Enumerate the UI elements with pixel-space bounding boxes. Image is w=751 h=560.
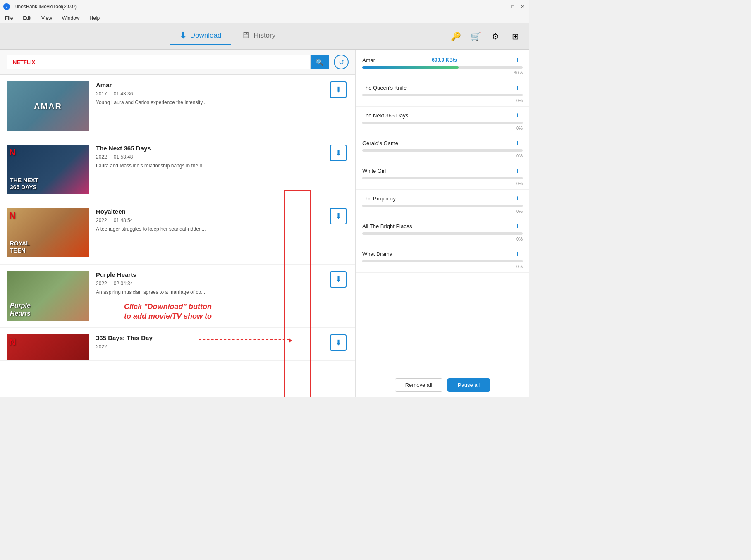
queue-percent-whatdrama: 0% <box>362 264 523 269</box>
menu-view[interactable]: View <box>40 15 54 21</box>
queue-pause-queensknife[interactable]: ⏸ <box>514 83 523 92</box>
left-panel: NETFLIX 🔍 ↺ Click "Download" button to a… <box>0 50 356 397</box>
search-icon: 🔍 <box>316 58 324 66</box>
tooltip-text: Click "Download" button to add movie/TV … <box>124 302 212 322</box>
movie-thumb-365thisday: N <box>7 334 89 361</box>
progress-bg-amar <box>362 66 523 69</box>
queue-title-prophecy: The Prophecy <box>362 195 396 202</box>
queue-title-geralds: Gerald's Game <box>362 140 398 146</box>
progress-bg-next365q <box>362 122 523 124</box>
queue-percent-queensknife: 0% <box>362 98 523 103</box>
download-button-365thisday[interactable]: ⬇ <box>330 334 347 351</box>
progress-bg-queensknife <box>362 94 523 96</box>
queue-item-whatdrama: What Drama ⏸ 0% <box>356 245 529 273</box>
movie-info-purplehearts: Purple Hearts 2022 02:04:34 An aspiring … <box>96 271 321 296</box>
menu-help[interactable]: Help <box>88 15 102 21</box>
queue-pause-amar[interactable]: ⏸ <box>514 55 523 64</box>
progress-bg-whatdrama <box>362 260 523 262</box>
queue-pause-brightplaces[interactable]: ⏸ <box>514 222 523 231</box>
queue-pause-prophecy[interactable]: ⏸ <box>514 194 523 203</box>
download-button-purplehearts[interactable]: ⬇ <box>330 271 347 288</box>
queue-item-whitegirl: White Girl ⏸ 0% <box>356 162 529 190</box>
settings-button[interactable]: ⚙ <box>488 29 503 44</box>
tab-history[interactable]: 🖥 History <box>231 27 285 45</box>
search-button[interactable]: 🔍 <box>311 55 329 69</box>
movie-desc-royalteen: A teenager struggles to keep her scandal… <box>96 226 321 233</box>
queue-title-amar: Amar <box>362 57 375 63</box>
search-input[interactable] <box>41 55 311 69</box>
key-button[interactable]: 🔑 <box>448 29 463 44</box>
download-tab-icon: ⬇ <box>179 30 187 41</box>
download-button-royalteen[interactable]: ⬇ <box>330 208 347 224</box>
app-icon <box>3 3 10 10</box>
queue-pause-whatdrama[interactable]: ⏸ <box>514 249 523 258</box>
tab-download-label: Download <box>190 31 222 40</box>
queue-percent-amar: 60% <box>362 70 523 75</box>
refresh-button[interactable]: ↺ <box>334 55 349 69</box>
queue-percent-prophecy: 0% <box>362 209 523 214</box>
queue-title-brightplaces: All The Bright Places <box>362 223 412 229</box>
download-icon-next365: ⬇ <box>335 148 342 157</box>
movie-meta-next365: 2022 01:53:48 <box>96 154 321 160</box>
queue-percent-next365q: 0% <box>362 126 523 131</box>
queue-item-queensknife: The Queen's Knife ⏸ 0% <box>356 79 529 107</box>
movie-title-next365: The Next 365 Days <box>96 145 321 152</box>
movie-meta-amar: 2017 01:43:36 <box>96 91 321 97</box>
movie-info-royalteen: Royalteen 2022 01:48:54 A teenager strug… <box>96 208 321 233</box>
queue-item-brightplaces: All The Bright Places ⏸ 0% <box>356 217 529 245</box>
movie-item-amar: AMAR Amar 2017 01:43:36 Young Laura and … <box>0 75 355 138</box>
cart-button[interactable]: 🛒 <box>468 29 483 44</box>
queue-pause-next365q[interactable]: ⏸ <box>514 111 523 120</box>
close-button[interactable]: ✕ <box>519 3 526 10</box>
title-bar: TunesBank iMovieTool(2.0.0) ─ □ ✕ <box>0 0 529 13</box>
movie-info-amar: Amar 2017 01:43:36 Young Laura and Carlo… <box>96 81 321 106</box>
download-icon-365thisday: ⬇ <box>335 338 342 347</box>
download-button-amar[interactable]: ⬇ <box>330 81 347 98</box>
queue-speed-amar: 690.9 KB/s <box>432 57 457 63</box>
queue-title-whitegirl: White Girl <box>362 168 386 174</box>
netflix-badge: NETFLIX <box>7 55 41 69</box>
movie-item-next365: N THE NEXT365 DAYS The Next 365 Days 202… <box>0 138 355 201</box>
app-title: TunesBank iMovieTool(2.0.0) <box>12 4 77 10</box>
pause-all-button[interactable]: Pause all <box>447 378 490 392</box>
dashed-arrow <box>199 339 289 340</box>
toolbar-tabs: ⬇ Download 🖥 History <box>170 27 286 45</box>
movie-info-365thisday: 365 Days: This Day 2022 <box>96 334 321 352</box>
thumb-label-purplehearts: PurpleHearts <box>10 302 31 317</box>
queue-item-prophecy: The Prophecy ⏸ 0% <box>356 190 529 217</box>
queue-list: Amar 690.9 KB/s ⏸ 60% The Queen's Knife … <box>356 50 529 373</box>
queue-item-next365q: The Next 365 Days ⏸ 0% <box>356 107 529 134</box>
queue-pause-geralds[interactable]: ⏸ <box>514 138 523 148</box>
tab-history-label: History <box>254 31 275 40</box>
tab-download[interactable]: ⬇ Download <box>170 27 232 45</box>
download-area-next365: ⬇ <box>328 145 349 161</box>
movie-info-next365: The Next 365 Days 2022 01:53:48 Laura an… <box>96 145 321 169</box>
movie-title-amar: Amar <box>96 81 321 88</box>
search-bar: NETFLIX 🔍 ↺ <box>0 50 355 75</box>
download-button-next365[interactable]: ⬇ <box>330 145 347 161</box>
movie-item-365thisday: N 365 Days: This Day 2022 ⬇ <box>0 328 355 361</box>
thumb-label-next365: THE NEXT365 DAYS <box>10 177 38 191</box>
restore-button[interactable]: □ <box>509 3 516 10</box>
remove-all-button[interactable]: Remove all <box>395 378 442 392</box>
grid-button[interactable]: ⊞ <box>508 29 523 44</box>
queue-item-amar: Amar 690.9 KB/s ⏸ 60% <box>356 51 529 79</box>
queue-item-geralds: Gerald's Game ⏸ 0% <box>356 134 529 162</box>
movie-desc-next365: Laura and Massimo's relationship hangs i… <box>96 162 321 169</box>
queue-footer: Remove all Pause all <box>356 373 529 397</box>
menu-bar: File Edit View Window Help <box>0 13 529 23</box>
main-content: NETFLIX 🔍 ↺ Click "Download" button to a… <box>0 50 529 397</box>
thumb-label-amar: AMAR <box>7 81 89 131</box>
menu-edit[interactable]: Edit <box>21 15 33 21</box>
movie-meta-365thisday: 2022 <box>96 344 321 350</box>
movie-title-365thisday: 365 Days: This Day <box>96 334 321 341</box>
movie-thumb-next365: N THE NEXT365 DAYS <box>7 145 89 194</box>
movie-title-royalteen: Royalteen <box>96 208 321 215</box>
download-icon-purplehearts: ⬇ <box>335 275 342 284</box>
minimize-button[interactable]: ─ <box>500 3 506 10</box>
refresh-icon: ↺ <box>339 58 344 66</box>
menu-window[interactable]: Window <box>60 15 81 21</box>
menu-file[interactable]: File <box>3 15 14 21</box>
download-area-amar: ⬇ <box>328 81 349 98</box>
queue-pause-whitegirl[interactable]: ⏸ <box>514 166 523 175</box>
